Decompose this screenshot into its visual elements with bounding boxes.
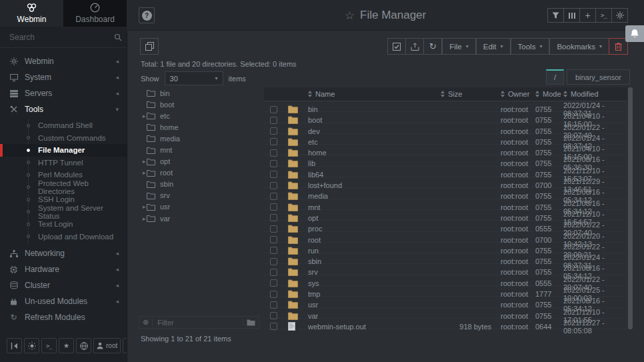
row-checkbox[interactable] xyxy=(270,225,277,233)
name-cell[interactable]: srv xyxy=(308,268,441,276)
name-cell[interactable]: usr xyxy=(308,301,441,309)
sidebar-item-text-login[interactable]: Text Login xyxy=(0,218,127,231)
row-checkbox[interactable] xyxy=(270,269,277,276)
collapse-sidebar-icon[interactable] xyxy=(7,338,22,353)
settings-icon[interactable] xyxy=(611,8,628,23)
table-row[interactable]: etcroot:root07552022/01/24 - 08:37:42 xyxy=(264,134,627,145)
sidebar-item-system-and-server-status[interactable]: System and Server Status xyxy=(0,206,127,219)
table-row[interactable]: usrroot:root07552021/08/16 - 05:34:12 xyxy=(264,297,627,307)
tab-dashboard[interactable]: Dashboard xyxy=(63,0,127,27)
folder-select-icon[interactable] xyxy=(247,319,255,326)
row-checkbox[interactable] xyxy=(270,291,277,298)
name-cell[interactable]: lib xyxy=(308,159,441,167)
language-icon[interactable] xyxy=(76,338,91,353)
name-cell[interactable]: proc xyxy=(308,225,441,233)
name-cell[interactable]: webmin-setup.out xyxy=(308,323,441,331)
tree-item-root[interactable]: ▸root xyxy=(137,167,261,179)
table-row[interactable]: lib64root:root07552021/12/10 - 16:53:07 xyxy=(264,167,627,177)
name-cell[interactable]: tmp xyxy=(308,290,441,298)
column-header-owner[interactable]: Owner xyxy=(501,90,535,98)
table-row[interactable]: mntroot:root07552021/08/16 - 05:34:12 xyxy=(264,199,627,210)
tree-item-mnt[interactable]: mnt xyxy=(137,144,261,155)
name-cell[interactable]: etc xyxy=(308,138,441,146)
tree-item-srv[interactable]: srv xyxy=(137,190,261,201)
tree-item-boot[interactable]: boot xyxy=(137,99,261,110)
sidebar-item-custom-commands[interactable]: Custom Commands xyxy=(0,132,127,145)
table-row[interactable]: devroot:root07552022/01/22 - 20:07:49 xyxy=(264,123,627,134)
name-cell[interactable]: var xyxy=(308,312,441,320)
table-row[interactable]: optroot:root07552021/12/10 - 16:54:57 xyxy=(264,210,627,221)
favorites-icon[interactable]: ★ xyxy=(59,338,74,353)
table-row[interactable]: homeroot:root07552021/04/10 - 16:15:00 xyxy=(264,145,627,155)
name-cell[interactable]: boot xyxy=(308,116,441,124)
name-cell[interactable]: dev xyxy=(308,127,441,135)
tree-item-usr[interactable]: ▸usr xyxy=(137,201,261,213)
tree-item-home[interactable]: home xyxy=(137,121,261,133)
row-checkbox[interactable] xyxy=(270,203,277,211)
sidebar-item-file-manager[interactable]: File Manager xyxy=(0,144,127,157)
sidebar-item-servers[interactable]: Servers◂ xyxy=(0,85,127,101)
table-row[interactable]: procroot:root05552022/01/22 - 20:07:40 xyxy=(264,221,627,231)
sidebar-item-command-shell[interactable]: Command Shell xyxy=(0,119,127,132)
name-cell[interactable]: sys xyxy=(308,279,441,287)
name-cell[interactable]: lost+found xyxy=(308,181,441,189)
refresh-button[interactable]: ↻ xyxy=(423,38,442,55)
star-icon[interactable]: ☆ xyxy=(345,9,355,23)
sidebar-item-un-used-modules[interactable]: Un-used Modules◂ xyxy=(0,293,127,309)
table-row[interactable]: runroot:root07552022/01/22 - 20:09:21 xyxy=(264,243,627,253)
table-row[interactable]: sysroot:root05552022/01/22 - 20:07:40 xyxy=(264,275,627,286)
caret-right-icon[interactable]: ▸ xyxy=(137,203,147,210)
breadcrumb-root[interactable]: / xyxy=(546,69,564,85)
name-cell[interactable]: bin xyxy=(308,105,441,113)
column-header-modified[interactable]: Modified xyxy=(563,90,627,98)
row-checkbox[interactable] xyxy=(270,236,277,243)
row-checkbox[interactable] xyxy=(270,160,277,167)
add-icon[interactable]: + xyxy=(579,8,596,23)
row-checkbox[interactable] xyxy=(270,127,277,135)
row-checkbox[interactable] xyxy=(270,193,277,200)
tab-webmin[interactable]: Webmin xyxy=(0,0,63,27)
tree-item-bin[interactable]: bin xyxy=(137,87,261,99)
table-row[interactable]: binroot:root07552022/01/24 - 08:37:31 xyxy=(264,101,627,112)
tree-item-opt[interactable]: ▸opt xyxy=(137,156,261,167)
column-header-name[interactable]: Name xyxy=(308,90,441,98)
row-checkbox[interactable] xyxy=(270,323,277,330)
table-row[interactable]: rootroot:root07002022/01/20 - 10:42:13 xyxy=(264,232,627,243)
sidebar-item-system[interactable]: System◂ xyxy=(0,69,127,85)
columns-icon[interactable] xyxy=(563,8,580,23)
name-cell[interactable]: lib64 xyxy=(308,171,441,179)
row-checkbox[interactable] xyxy=(270,149,277,157)
theme-icon[interactable] xyxy=(24,338,39,353)
table-row[interactable]: bootroot:root07552021/04/10 - 16:15:00 xyxy=(264,112,627,123)
sidebar-item-refresh-modules[interactable]: ↻Refresh Modules xyxy=(0,309,127,325)
menu-tools[interactable]: Tools▾ xyxy=(511,38,550,55)
tree-item-etc[interactable]: ▸etc xyxy=(137,110,261,121)
terminal-icon[interactable]: >_ xyxy=(595,8,612,23)
table-row[interactable]: libroot:root07552021/08/16 - 05:36:30 xyxy=(264,155,627,166)
caret-right-icon[interactable]: ▸ xyxy=(137,215,147,222)
tree-item-sbin[interactable]: sbin xyxy=(137,179,261,190)
table-row[interactable]: sbinroot:root07552022/01/24 - 08:37:31 xyxy=(264,253,627,264)
sidebar-item-webmin[interactable]: Webmin◂ xyxy=(0,53,127,69)
caret-right-icon[interactable]: ▸ xyxy=(137,158,147,165)
sidebar-item-http-tunnel[interactable]: HTTP Tunnel xyxy=(0,157,127,169)
name-cell[interactable]: run xyxy=(308,247,441,255)
filter-icon[interactable] xyxy=(547,8,564,23)
table-row[interactable]: srvroot:root07552021/08/16 - 05:34:12 xyxy=(264,264,627,275)
menu-bookmarks[interactable]: Bookmarks▾ xyxy=(549,38,609,55)
table-row[interactable]: webmin-setup.out918 bytesroot:root064420… xyxy=(264,319,627,329)
row-checkbox[interactable] xyxy=(270,138,277,145)
table-row[interactable]: varroot:root07552021/12/10 - 17:01:55 xyxy=(264,308,627,319)
share-button[interactable] xyxy=(405,38,424,55)
row-checkbox[interactable] xyxy=(270,247,277,254)
name-cell[interactable]: root xyxy=(308,236,441,244)
page-size-select[interactable]: 30 ▾ xyxy=(165,71,223,85)
sidebar-item-cluster[interactable]: Cluster◂ xyxy=(0,277,127,293)
column-header-mode[interactable]: Mode xyxy=(535,90,563,98)
menu-edit[interactable]: Edit▾ xyxy=(476,38,511,55)
sidebar-item-networking[interactable]: Networking◂ xyxy=(0,245,127,261)
paste-buffer-button[interactable] xyxy=(140,38,159,55)
clear-filter-icon[interactable]: ⊗ xyxy=(143,318,149,327)
table-scrollbar[interactable] xyxy=(628,87,633,329)
name-cell[interactable]: media xyxy=(308,192,441,200)
